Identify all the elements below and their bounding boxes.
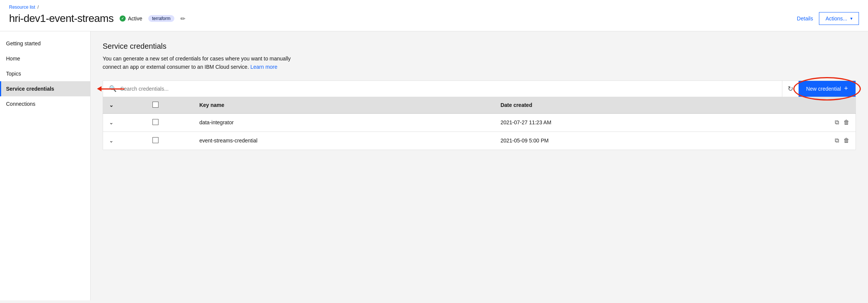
new-credential-wrapper: New credential + <box>799 81 856 97</box>
copy-icon[interactable]: ⧉ <box>835 137 839 144</box>
sidebar-item-label: Getting started <box>6 40 41 46</box>
refresh-icon[interactable]: ↻ <box>782 81 799 97</box>
table-header-date-created: Date created <box>494 97 758 113</box>
edit-icon[interactable]: ✏ <box>180 15 185 22</box>
row-expand-icon[interactable]: ⌄ <box>103 131 146 150</box>
row-key-name: event-streams-credential <box>193 131 494 150</box>
row-checkbox <box>146 131 193 150</box>
table-row: ⌄ data-integrator 2021-07-27 11:23 AM ⧉ … <box>103 113 856 131</box>
sidebar: Getting started Home Topics Service cred… <box>0 31 91 300</box>
row-checkbox <box>146 113 193 131</box>
arrow-line <box>102 88 124 90</box>
credentials-table: ⌄ Key name Date created ⌄ <box>103 97 856 150</box>
terraform-tag: terraform <box>148 15 174 22</box>
table-header-expand: ⌄ <box>103 97 146 113</box>
status-dot-icon <box>120 15 126 22</box>
main-layout: Getting started Home Topics Service cred… <box>0 31 868 300</box>
breadcrumb-separator: / <box>37 5 38 10</box>
sidebar-item-label: Connections <box>6 101 35 107</box>
chevron-down-icon: ▾ <box>850 16 853 21</box>
breadcrumb-parent-link[interactable]: Resource list <box>9 5 35 10</box>
row-actions: ⧉ 🗑 <box>758 113 856 131</box>
row-date-created: 2021-05-09 5:00 PM <box>494 131 758 150</box>
new-credential-button[interactable]: New credential + <box>799 81 856 97</box>
table-header-actions <box>758 97 856 113</box>
arrow-annotation <box>97 86 124 91</box>
sidebar-item-getting-started[interactable]: Getting started <box>0 36 90 51</box>
table-header-key-name: Key name <box>193 97 494 113</box>
table-header-row: ⌄ Key name Date created <box>103 97 856 113</box>
page-header: Resource list / hri-dev1-event-streams A… <box>0 0 868 31</box>
breadcrumb: Resource list / <box>9 5 859 10</box>
sidebar-item-service-credentials[interactable]: Service credentials <box>0 81 90 96</box>
sidebar-item-home[interactable]: Home <box>0 51 90 66</box>
search-input[interactable] <box>120 86 776 92</box>
learn-more-link[interactable]: Learn more <box>250 64 277 70</box>
status-label: Active <box>128 15 142 22</box>
search-bar: 🔍 <box>103 81 782 97</box>
row-select-checkbox[interactable] <box>152 137 159 143</box>
row-date-created: 2021-07-27 11:23 AM <box>494 113 758 131</box>
delete-icon[interactable]: 🗑 <box>843 137 850 144</box>
row-key-name: data-integrator <box>193 113 494 131</box>
section-description: You can generate a new set of credential… <box>103 54 299 71</box>
row-expand-icon[interactable]: ⌄ <box>103 113 146 131</box>
sidebar-item-connections[interactable]: Connections <box>0 96 90 111</box>
new-credential-label: New credential <box>806 86 841 92</box>
actions-label: Actions... <box>825 15 847 22</box>
row-select-checkbox[interactable] <box>152 119 159 125</box>
row-actions: ⧉ 🗑 <box>758 131 856 150</box>
sidebar-item-label: Service credentials <box>6 86 54 92</box>
details-link[interactable]: Details <box>797 15 813 22</box>
main-content: Service credentials You can generate a n… <box>91 31 868 300</box>
table-header-checkbox <box>146 97 193 113</box>
sidebar-item-label: Home <box>6 56 20 62</box>
section-title: Service credentials <box>103 42 856 51</box>
actions-button[interactable]: Actions... ▾ <box>819 12 859 25</box>
select-all-checkbox[interactable] <box>152 102 159 108</box>
delete-icon[interactable]: 🗑 <box>843 119 850 126</box>
sidebar-item-label: Topics <box>6 71 21 77</box>
chevron-down-icon[interactable]: ⌄ <box>109 102 114 108</box>
search-bar-row: 🔍 ↻ New credential + <box>103 80 856 97</box>
copy-icon[interactable]: ⧉ <box>835 119 839 126</box>
status-badge: Active <box>120 15 142 22</box>
sidebar-item-topics[interactable]: Topics <box>0 66 90 81</box>
page-title: hri-dev1-event-streams <box>9 12 114 25</box>
arrow-head-icon <box>97 86 102 91</box>
table-row: ⌄ event-streams-credential 2021-05-09 5:… <box>103 131 856 150</box>
plus-icon: + <box>844 85 848 93</box>
